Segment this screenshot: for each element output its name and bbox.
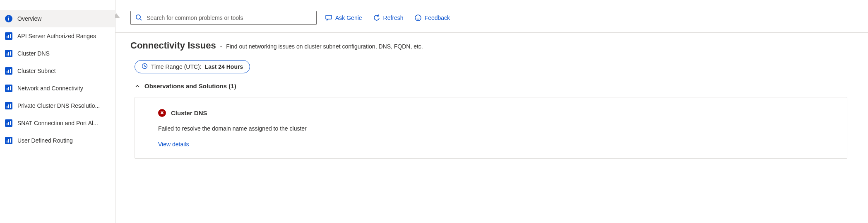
svg-rect-1 — [8, 18, 9, 21]
chat-icon — [325, 14, 332, 22]
time-range-pill[interactable]: Time Range (UTC): Last 24 Hours — [135, 60, 250, 73]
svg-point-27 — [415, 15, 421, 21]
svg-rect-15 — [7, 106, 7, 108]
svg-rect-10 — [8, 70, 9, 73]
ask-genie-button[interactable]: Ask Genie — [322, 12, 365, 23]
observation-card-title: Cluster DNS — [171, 109, 207, 116]
smiley-icon — [414, 14, 422, 22]
network-icon — [5, 85, 12, 92]
svg-rect-3 — [7, 36, 7, 38]
svg-rect-23 — [10, 138, 11, 143]
svg-rect-9 — [7, 71, 7, 73]
feedback-label: Feedback — [425, 15, 450, 21]
svg-rect-22 — [8, 139, 9, 143]
clock-icon — [142, 63, 148, 70]
search-input-wrapper[interactable] — [130, 11, 317, 25]
feedback-button[interactable]: Feedback — [412, 12, 452, 23]
sidebar: Overview API Server Authorized Ranges Cl… — [0, 0, 115, 223]
network-icon — [5, 67, 12, 75]
sidebar-item-label: User Defined Routing — [17, 137, 108, 144]
content-body: Connectivity Issues - Find out networkin… — [115, 33, 868, 159]
sidebar-item-overview[interactable]: Overview — [0, 10, 115, 27]
refresh-label: Refresh — [383, 15, 404, 21]
svg-rect-2 — [8, 17, 9, 17]
svg-rect-18 — [7, 123, 7, 125]
sidebar-item-label: Cluster Subnet — [17, 68, 108, 74]
main-content: Ask Genie Refresh Feedback Connectivity … — [115, 0, 868, 223]
sidebar-item-network-and-connectivity[interactable]: Network and Connectivity — [0, 80, 115, 97]
observation-card-description: Failed to resolve the domain name assign… — [158, 125, 824, 132]
svg-rect-12 — [7, 88, 7, 90]
observation-card: Cluster DNS Failed to resolve the domain… — [135, 97, 847, 159]
sidebar-item-label: Cluster DNS — [17, 50, 108, 57]
network-icon — [5, 102, 12, 109]
svg-rect-14 — [10, 86, 11, 90]
observations-header-label: Observations and Solutions (1) — [144, 82, 236, 90]
svg-rect-11 — [10, 69, 11, 73]
sidebar-item-label: SNAT Connection and Port Al... — [17, 120, 108, 126]
svg-rect-16 — [8, 104, 9, 108]
time-range-value: Last 24 Hours — [205, 63, 243, 70]
sidebar-item-label: Network and Connectivity — [17, 85, 108, 92]
sidebar-item-user-defined-routing[interactable]: User Defined Routing — [0, 132, 115, 149]
sidebar-item-cluster-dns[interactable]: Cluster DNS — [0, 45, 115, 62]
network-icon — [5, 137, 12, 144]
observations-toggle[interactable]: Observations and Solutions (1) — [135, 82, 851, 90]
search-input[interactable] — [146, 14, 312, 22]
svg-rect-8 — [10, 51, 11, 56]
sidebar-item-snat-connection-and-port-allocation[interactable]: SNAT Connection and Port Al... — [0, 114, 115, 132]
refresh-icon — [373, 14, 380, 22]
time-range-prefix: Time Range (UTC): — [151, 63, 202, 70]
toolbar: Ask Genie Refresh Feedback — [115, 0, 868, 33]
page-subtitle: Find out networking issues on cluster su… — [226, 43, 423, 50]
view-details-link[interactable]: View details — [158, 141, 824, 148]
chevron-up-icon — [135, 83, 140, 89]
svg-point-24 — [136, 15, 140, 19]
network-icon — [5, 119, 12, 127]
error-icon — [158, 109, 166, 117]
svg-rect-19 — [8, 122, 9, 125]
network-icon — [5, 50, 12, 57]
svg-rect-20 — [10, 121, 11, 125]
page-title: Connectivity Issues — [130, 40, 216, 51]
svg-point-29 — [419, 17, 419, 17]
svg-point-28 — [417, 17, 417, 17]
svg-rect-26 — [326, 15, 332, 19]
svg-rect-13 — [8, 87, 9, 90]
svg-line-25 — [140, 19, 142, 20]
page-title-row: Connectivity Issues - Find out networkin… — [130, 40, 851, 51]
search-icon — [135, 14, 142, 22]
sidebar-item-label: API Server Authorized Ranges — [17, 33, 108, 39]
sidebar-item-label: Overview — [17, 15, 108, 22]
info-icon — [5, 15, 12, 22]
refresh-button[interactable]: Refresh — [370, 12, 406, 23]
observation-card-header: Cluster DNS — [158, 109, 824, 117]
sidebar-item-cluster-subnet[interactable]: Cluster Subnet — [0, 62, 115, 80]
sidebar-item-api-server-authorized-ranges[interactable]: API Server Authorized Ranges — [0, 27, 115, 45]
sidebar-item-label: Private Cluster DNS Resolutio... — [17, 102, 108, 109]
svg-rect-6 — [7, 53, 7, 56]
sidebar-item-private-cluster-dns-resolution[interactable]: Private Cluster DNS Resolutio... — [0, 97, 115, 114]
ask-genie-label: Ask Genie — [335, 15, 362, 21]
svg-rect-5 — [10, 34, 11, 38]
svg-rect-21 — [7, 141, 7, 143]
network-icon — [5, 32, 12, 40]
svg-rect-4 — [8, 35, 9, 38]
svg-rect-7 — [8, 52, 9, 56]
svg-rect-17 — [10, 104, 11, 108]
page-subtitle-sep: - — [220, 43, 222, 50]
